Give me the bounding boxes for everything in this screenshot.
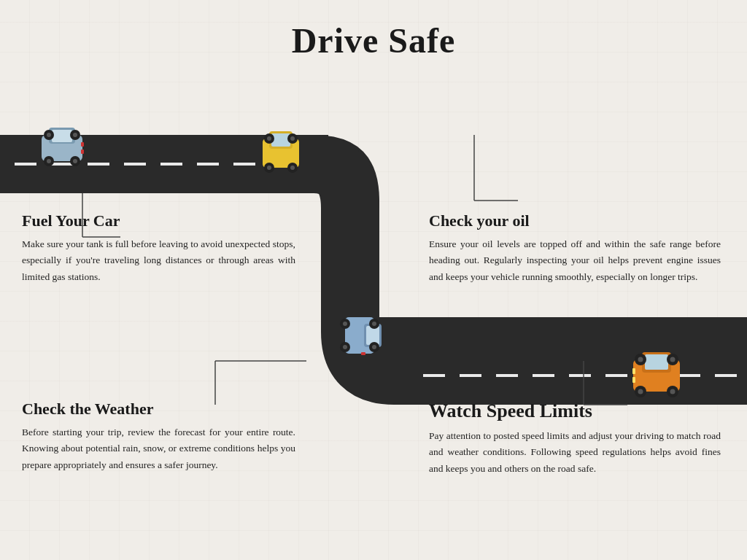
- svg-point-45: [635, 354, 646, 365]
- svg-point-23: [287, 133, 298, 144]
- svg-rect-18: [269, 131, 293, 149]
- fuel-heading: Fuel Your Car: [22, 211, 295, 230]
- svg-point-9: [44, 130, 54, 140]
- svg-point-50: [670, 357, 676, 362]
- svg-point-34: [369, 342, 379, 352]
- oil-section: Check your oil Ensure your oil levels ar…: [429, 211, 721, 285]
- svg-point-22: [264, 133, 274, 144]
- svg-point-46: [667, 354, 678, 365]
- svg-point-44: [667, 386, 678, 397]
- svg-point-13: [47, 133, 51, 137]
- svg-point-8: [70, 156, 80, 166]
- svg-rect-5: [49, 128, 75, 144]
- svg-rect-52: [632, 377, 635, 383]
- svg-point-32: [340, 342, 350, 352]
- svg-point-20: [264, 163, 274, 173]
- svg-rect-42: [645, 354, 668, 370]
- svg-point-12: [73, 159, 77, 163]
- svg-rect-28: [345, 317, 374, 354]
- fuel-body: Make sure your tank is full before leavi…: [22, 236, 295, 285]
- svg-point-21: [287, 163, 298, 173]
- svg-point-25: [290, 166, 295, 170]
- svg-point-24: [267, 166, 271, 170]
- svg-rect-51: [632, 368, 635, 374]
- svg-rect-19: [271, 133, 290, 147]
- speed-body: Pay attention to posted speed limits and…: [429, 428, 721, 477]
- svg-point-26: [267, 136, 271, 141]
- svg-rect-4: [42, 135, 82, 161]
- fuel-section: Fuel Your Car Make sure your tank is ful…: [22, 211, 295, 285]
- svg-rect-17: [263, 139, 299, 168]
- svg-point-14: [73, 133, 77, 137]
- svg-point-37: [372, 322, 376, 326]
- svg-point-35: [343, 322, 347, 326]
- svg-point-36: [343, 345, 347, 349]
- oil-body: Ensure your oil levels are topped off an…: [429, 236, 721, 285]
- svg-point-10: [70, 130, 80, 140]
- svg-rect-15: [81, 142, 84, 147]
- svg-point-48: [670, 389, 676, 394]
- svg-point-11: [47, 159, 51, 163]
- svg-rect-6: [52, 130, 72, 142]
- svg-point-33: [369, 319, 379, 329]
- svg-rect-30: [366, 326, 379, 345]
- svg-rect-1: [379, 317, 747, 376]
- svg-rect-0: [0, 135, 328, 193]
- speed-section: Watch Speed Limits Pay attention to post…: [429, 400, 721, 477]
- svg-point-47: [638, 389, 643, 394]
- svg-point-38: [372, 345, 376, 349]
- svg-point-7: [44, 156, 54, 166]
- svg-rect-39: [361, 352, 365, 355]
- svg-point-43: [635, 386, 646, 397]
- svg-rect-16: [81, 149, 84, 154]
- speed-heading: Watch Speed Limits: [429, 400, 721, 422]
- svg-point-49: [638, 357, 643, 362]
- oil-heading: Check your oil: [429, 211, 721, 230]
- svg-rect-40: [633, 359, 680, 392]
- weather-body: Before starting your trip, review the fo…: [22, 424, 295, 473]
- svg-point-27: [290, 136, 295, 141]
- svg-point-31: [340, 319, 350, 329]
- page-title: Drive Safe: [0, 0, 747, 68]
- weather-heading: Check the Weather: [22, 400, 295, 419]
- svg-rect-29: [364, 324, 382, 347]
- weather-section: Check the Weather Before starting your t…: [22, 400, 295, 473]
- svg-rect-41: [642, 352, 671, 373]
